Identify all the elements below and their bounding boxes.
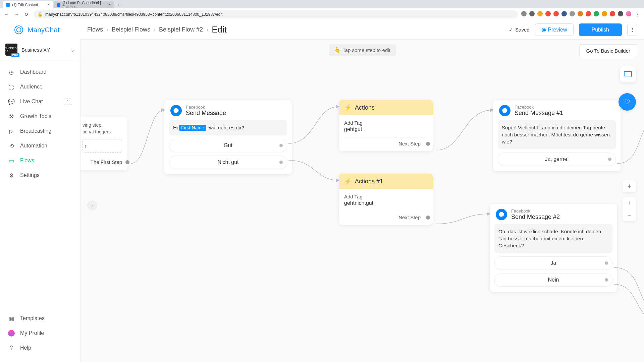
text-fragment: r	[85, 143, 87, 149]
sidebar: BUSINESS XY PRO Business XY ⌄ ◷Dashboard…	[0, 40, 80, 362]
sidebar-item-broadcasting[interactable]: ▷Broadcasting	[0, 124, 80, 138]
quick-reply-nichtgut[interactable]: Nicht gut	[169, 156, 287, 169]
message-text[interactable]: Hi First Name, wie geht es dir?	[169, 120, 287, 135]
ext-icon[interactable]	[545, 11, 551, 16]
flow-canvas[interactable]: 👆 Tap some step to edit Go To Basic Buil…	[80, 40, 644, 362]
new-tab-button[interactable]: +	[115, 1, 123, 8]
ext-icon[interactable]	[586, 11, 591, 16]
send-message-1-node[interactable]: Facebook Send Message #1 Super! Vielleic…	[493, 100, 621, 171]
next-step: Next Step	[344, 215, 427, 220]
logo-text: ManyChat	[28, 26, 60, 34]
profile-avatar[interactable]	[626, 11, 631, 16]
preview-button[interactable]: ◉ Preview	[535, 23, 574, 36]
quick-reply-nein[interactable]: Nein	[494, 273, 612, 287]
nav-label: Flows	[20, 158, 34, 164]
logo-area[interactable]: ManyChat	[0, 20, 80, 40]
ext-icon[interactable]	[610, 11, 615, 16]
close-icon[interactable]: ×	[47, 2, 50, 7]
app-header: Flows › Beispiel Flows › Beispiel Flow #…	[80, 20, 644, 40]
sidebar-item-help[interactable]: ?Help	[0, 341, 80, 355]
folder-icon: ▭	[8, 157, 15, 164]
breadcrumb-item[interactable]: Beispiel Flows	[112, 26, 150, 33]
sidebar-item-livechat[interactable]: 💬Live Chat1	[0, 94, 80, 109]
sidebar-item-dashboard[interactable]: ◷Dashboard	[0, 65, 80, 79]
sidebar-item-flows[interactable]: ▭Flows	[0, 153, 80, 168]
ext-icon[interactable]	[570, 11, 575, 16]
ext-icon[interactable]	[529, 11, 535, 16]
nav-label: Broadcasting	[20, 128, 51, 134]
ext-icon[interactable]	[553, 11, 559, 16]
starter-text: ving step. tional triggers.	[83, 122, 122, 135]
help-float-button[interactable]: ♡	[619, 93, 636, 111]
output-port[interactable]	[279, 144, 283, 147]
breadcrumb-item[interactable]: Beispiel Flow #2	[159, 26, 203, 33]
zoom-out-button[interactable]: −	[623, 209, 636, 221]
msg-suffix: , wie geht es dir?	[206, 125, 244, 130]
quick-reply-ja-gerne[interactable]: Ja, gerne!	[498, 153, 616, 166]
actions-node-1[interactable]: ⚡Actions Add Tag gehtgut Next Step	[339, 100, 433, 151]
output-port[interactable]	[426, 142, 430, 146]
sidebar-item-automation[interactable]: ⟲Automation	[0, 138, 80, 153]
basic-builder-button[interactable]: Go To Basic Builder	[579, 44, 637, 57]
gear-icon: ⚙	[8, 172, 15, 179]
add-step-button[interactable]: ›	[87, 200, 97, 210]
nav-label: Templates	[20, 315, 45, 321]
back-button[interactable]: ←	[3, 11, 10, 18]
sidebar-item-audience[interactable]: ◯Audience	[0, 79, 80, 94]
trigger-placeholder[interactable]: r	[83, 139, 122, 153]
sidebar-item-settings[interactable]: ⚙Settings	[0, 168, 80, 183]
add-card-button[interactable]: +	[620, 66, 636, 82]
browser-tab[interactable]: (1) Leon R. Chaudhari | Facebo... ×	[54, 1, 114, 8]
reload-button[interactable]: ⟳	[23, 11, 30, 18]
ext-icon[interactable]	[521, 11, 527, 16]
output-port[interactable]	[426, 216, 430, 220]
chevron-right-icon: ›	[106, 26, 108, 33]
actions-node-2[interactable]: ⚡Actions #1 Add Tag gehtnichtgut Next St…	[339, 174, 433, 225]
breadcrumbs: Flows › Beispiel Flows › Beispiel Flow #…	[87, 24, 227, 35]
sidebar-item-profile[interactable]: My Profile	[0, 326, 80, 341]
url-field[interactable]: 🔒 manychat.com/fb118103944324083039/cms/…	[34, 10, 518, 18]
ext-icon[interactable]	[537, 11, 543, 16]
sidebar-nav: ◷Dashboard ◯Audience 💬Live Chat1 ⚒Growth…	[0, 60, 80, 308]
close-icon[interactable]: ×	[108, 2, 111, 7]
quick-reply-ja[interactable]: Ja	[494, 256, 612, 270]
publish-button[interactable]: Publish	[579, 23, 622, 36]
action-title: Actions	[355, 104, 375, 111]
ext-icon[interactable]	[602, 11, 607, 16]
sidebar-item-templates[interactable]: ▦Templates	[0, 311, 80, 326]
breadcrumb-item[interactable]: Flows	[87, 26, 103, 33]
reply-label: Ja, gerne!	[545, 156, 569, 162]
text-fragment: ving step.	[83, 122, 103, 128]
ext-icon[interactable]	[561, 11, 567, 16]
nav-label: Growth Tools	[20, 113, 51, 119]
output-port[interactable]	[608, 158, 611, 161]
reply-label: Ja	[551, 260, 556, 266]
output-port[interactable]	[125, 160, 129, 164]
browser-tab-active[interactable]: (1) Edit Content ×	[3, 1, 53, 8]
workspace-selector[interactable]: BUSINESS XY PRO Business XY ⌄	[0, 40, 80, 60]
quick-reply-gut[interactable]: Gut	[169, 139, 287, 152]
ext-icon[interactable]	[578, 11, 583, 16]
output-port[interactable]	[605, 261, 608, 265]
variable-chip[interactable]: First Name	[179, 125, 206, 131]
url-text: manychat.com/fb118103944324083039/cms/fi…	[45, 12, 222, 17]
ext-icon[interactable]	[594, 11, 599, 16]
message-text[interactable]: Oh, das ist wirklich schade. Könnte ich …	[494, 224, 612, 253]
sidebar-bottom: ▦Templates My Profile ?Help	[0, 308, 80, 362]
chevron-right-icon: ›	[206, 26, 208, 33]
action-label: Add Tag	[344, 194, 427, 199]
message-text[interactable]: Super! Vielleicht kann ich dir deinen Ta…	[498, 120, 616, 149]
output-port[interactable]	[279, 161, 283, 164]
output-port[interactable]	[605, 278, 608, 282]
forward-button[interactable]: →	[13, 11, 20, 18]
ext-icon[interactable]	[618, 11, 623, 16]
auto-layout-button[interactable]: ✦	[623, 180, 636, 192]
more-button[interactable]: ⋮	[627, 24, 637, 36]
send-message-2-node[interactable]: Facebook Send Message #2 Oh, das ist wir…	[490, 204, 617, 292]
sidebar-item-growth[interactable]: ⚒Growth Tools	[0, 109, 80, 124]
send-message-node[interactable]: Facebook Send Message Hi First Name, wie…	[164, 100, 292, 174]
starter-node[interactable]: ving step. tional triggers. r The First …	[80, 117, 127, 170]
menu-icon[interactable]: ⋮	[634, 11, 641, 18]
zoom-in-button[interactable]: +	[623, 197, 636, 209]
first-step-label: The First Step	[83, 159, 122, 165]
